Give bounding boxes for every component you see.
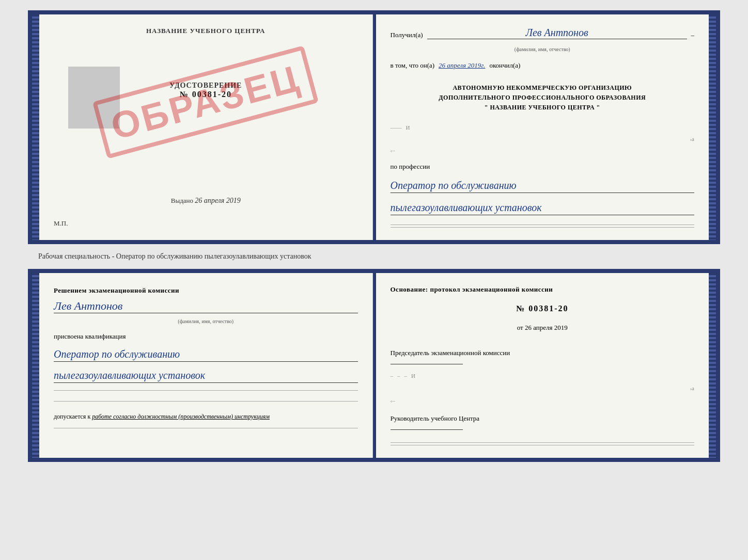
profession-line-2: пылегазоулавливающих установок xyxy=(391,200,695,215)
decision-text: Решением экзаменационной комиссии xyxy=(54,285,358,296)
qualification-line-1: Оператор по обслуживанию xyxy=(54,347,358,362)
basis-text: Основание: протокол экзаменационной коми… xyxy=(391,285,695,294)
doc2-right-panel: Основание: протокол экзаменационной коми… xyxy=(376,273,709,458)
person-name-2: Лев Антпонов xyxy=(54,299,122,312)
name-underline: Лев Антпонов xyxy=(54,299,358,313)
school-name-title: НАЗВАНИЕ УЧЕБНОГО ЦЕНТРА xyxy=(54,27,358,35)
cert-number: № 00381-20 xyxy=(54,90,358,99)
misc-5: ‹– xyxy=(391,397,695,404)
work-permission-value: работе согласно должностным (производств… xyxy=(92,413,270,420)
decorative-lines-r xyxy=(391,442,695,445)
work-permission: допускается к работе согласно должностны… xyxy=(54,413,358,421)
profession-line-1: Оператор по обслуживанию xyxy=(391,178,695,193)
caption-text: Рабочая специальность - Оператор по обсл… xyxy=(38,252,311,261)
chairman-sig-line xyxy=(391,364,463,364)
doc2-left-panel: Решением экзаменационной комиссии Лев Ан… xyxy=(39,273,373,458)
blank-line-2 xyxy=(54,401,358,402)
work-permission-label: допускается к xyxy=(54,413,90,420)
doc1-left-panel: НАЗВАНИЕ УЧЕБНОГО ЦЕНТРА УДОСТОВЕРЕНИЕ №… xyxy=(39,14,373,240)
doc1-right-panel: Получил(а) Лев Антпонов – (фамилия, имя,… xyxy=(376,14,709,240)
blank-line-3 xyxy=(54,428,358,428)
document-page-2: Решением экзаменационной комиссии Лев Ан… xyxy=(28,269,720,462)
director-label: Руководитель учебного Центра xyxy=(391,414,695,423)
issued-date-value: 26 апреля 2019 xyxy=(195,197,240,204)
left-spine xyxy=(32,14,39,240)
completion-date-line: в том, что он(а) 26 апреля 2019г. окончи… xyxy=(391,61,695,70)
qualification-label: присвоена квалификация xyxy=(54,332,358,341)
right-decorative-lines xyxy=(391,225,695,228)
director-sig-line xyxy=(391,429,463,430)
protocol-date: от 26 апреля 2019 xyxy=(391,324,695,332)
document-page-1: НАЗВАНИЕ УЧЕБНОГО ЦЕНТРА УДОСТОВЕРЕНИЕ №… xyxy=(28,10,720,244)
misc-3: ‹– xyxy=(391,147,695,153)
date-suffix: окончил(а) xyxy=(489,61,520,70)
recipient-name: Лев Антпонов xyxy=(427,27,687,39)
misc-4: ›а xyxy=(391,385,695,391)
profession-label: по профессии xyxy=(391,163,695,171)
right-spine xyxy=(709,14,716,240)
date-prefix: в том, что он(а) xyxy=(391,61,435,70)
org-line-1: АВТОНОМНУЮ НЕКОММЕРЧЕСКУЮ ОРГАНИЗАЦИЮ xyxy=(391,83,695,93)
chairman-label: Председатель экзаменационной комиссии xyxy=(391,348,695,358)
fio-label-1: (фамилия, имя, отчество) xyxy=(391,46,695,52)
chairman-block: Председатель экзаменационной комиссии xyxy=(391,348,695,364)
protocol-date-prefix: от xyxy=(517,324,523,331)
completion-date: 26 апреля 2019г. xyxy=(439,61,485,70)
misc-line: ——И xyxy=(391,124,695,131)
org-line-3: " НАЗВАНИЕ УЧЕБНОГО ЦЕНТРА " xyxy=(391,103,695,113)
protocol-number: № 00381-20 xyxy=(391,304,695,313)
mp-label: М.П. xyxy=(54,219,358,228)
issued-label: Выдано xyxy=(171,197,193,204)
director-block: Руководитель учебного Центра xyxy=(391,414,695,430)
right-spine-2 xyxy=(709,273,716,458)
recipient-label: Получил(а) xyxy=(391,31,423,39)
misc-line-2: –––И xyxy=(391,373,695,379)
qualification-line-2: пылегазоулавливающих установок xyxy=(54,368,358,383)
issued-date: Выдано 26 апреля 2019 xyxy=(54,197,358,205)
cert-type-label: УДОСТОВЕРЕНИЕ xyxy=(54,82,358,90)
org-block: АВТОНОМНУЮ НЕКОММЕРЧЕСКУЮ ОРГАНИЗАЦИЮ ДО… xyxy=(391,83,695,113)
blank-line-1 xyxy=(54,390,358,391)
left-spine-2 xyxy=(32,273,39,458)
org-line-2: ДОПОЛНИТЕЛЬНОГО ПРОФЕССИОНАЛЬНОГО ОБРАЗО… xyxy=(391,93,695,103)
protocol-date-value: 26 апреля 2019 xyxy=(525,324,568,331)
fio-label-2: (фамилия, имя, отчество) xyxy=(54,318,358,324)
misc-2: ›а xyxy=(391,136,695,142)
recipient-line: Получил(а) Лев Антпонов – xyxy=(391,27,695,39)
